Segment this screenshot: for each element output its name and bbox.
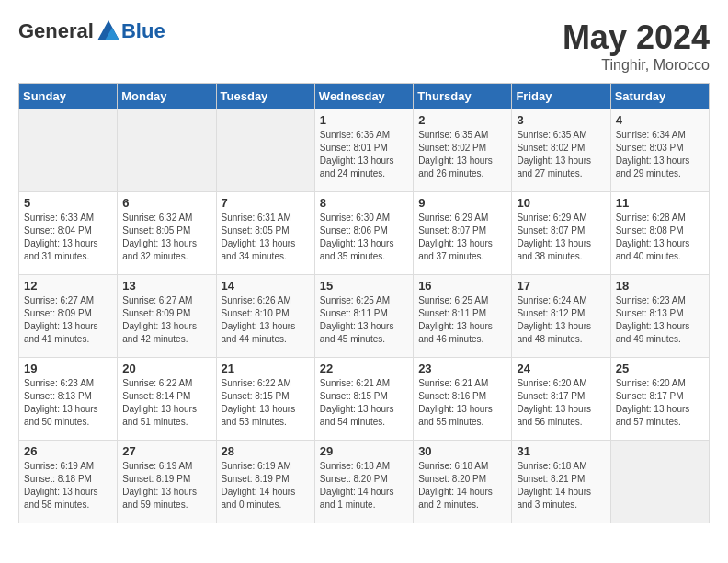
day-number: 2	[418, 113, 506, 127]
day-info: Sunrise: 6:27 AM Sunset: 8:09 PM Dayligh…	[24, 294, 112, 346]
day-info: Sunrise: 6:36 AM Sunset: 8:01 PM Dayligh…	[320, 129, 408, 180]
weekday-header-wednesday: Wednesday	[314, 84, 413, 109]
day-info: Sunrise: 6:20 AM Sunset: 8:17 PM Dayligh…	[616, 377, 704, 429]
calendar-day-cell: 16Sunrise: 6:25 AM Sunset: 8:11 PM Dayli…	[414, 275, 512, 358]
calendar-day-cell: 24Sunrise: 6:20 AM Sunset: 8:17 PM Dayli…	[512, 358, 610, 441]
calendar-day-cell: 13Sunrise: 6:27 AM Sunset: 8:09 PM Dayli…	[118, 275, 216, 358]
day-info: Sunrise: 6:21 AM Sunset: 8:15 PM Dayligh…	[320, 377, 408, 429]
calendar-week-row: 26Sunrise: 6:19 AM Sunset: 8:18 PM Dayli…	[19, 441, 710, 523]
calendar-week-row: 12Sunrise: 6:27 AM Sunset: 8:09 PM Dayli…	[19, 275, 710, 358]
day-number: 17	[517, 279, 605, 293]
weekday-header-saturday: Saturday	[610, 84, 709, 109]
calendar-day-cell: 23Sunrise: 6:21 AM Sunset: 8:16 PM Dayli…	[414, 358, 512, 441]
weekday-header-tuesday: Tuesday	[216, 84, 314, 109]
day-info: Sunrise: 6:21 AM Sunset: 8:16 PM Dayligh…	[418, 377, 506, 429]
day-number: 27	[122, 444, 210, 458]
weekday-header-monday: Monday	[118, 84, 216, 109]
day-number: 29	[320, 444, 408, 458]
calendar-day-cell: 27Sunrise: 6:19 AM Sunset: 8:19 PM Dayli…	[118, 441, 216, 523]
calendar-day-cell	[216, 109, 314, 192]
day-number: 20	[122, 362, 210, 375]
day-info: Sunrise: 6:25 AM Sunset: 8:11 PM Dayligh…	[320, 294, 408, 346]
calendar-day-cell: 6Sunrise: 6:32 AM Sunset: 8:05 PM Daylig…	[118, 192, 216, 275]
day-number: 16	[418, 279, 506, 293]
day-number: 5	[24, 196, 112, 210]
calendar-day-cell: 8Sunrise: 6:30 AM Sunset: 8:06 PM Daylig…	[314, 192, 413, 275]
day-number: 31	[517, 444, 605, 458]
calendar-day-cell: 9Sunrise: 6:29 AM Sunset: 8:07 PM Daylig…	[414, 192, 512, 275]
calendar-day-cell: 10Sunrise: 6:29 AM Sunset: 8:07 PM Dayli…	[512, 192, 610, 275]
day-info: Sunrise: 6:25 AM Sunset: 8:11 PM Dayligh…	[418, 294, 506, 346]
day-info: Sunrise: 6:29 AM Sunset: 8:07 PM Dayligh…	[418, 212, 506, 263]
page-header: General Blue May 2024 Tinghir, Morocco	[18, 18, 710, 74]
calendar-header-row: SundayMondayTuesdayWednesdayThursdayFrid…	[19, 84, 710, 109]
day-info: Sunrise: 6:33 AM Sunset: 8:04 PM Dayligh…	[24, 212, 112, 263]
month-year-title: May 2024	[563, 18, 710, 57]
day-number: 14	[222, 279, 310, 293]
day-info: Sunrise: 6:20 AM Sunset: 8:17 PM Dayligh…	[517, 377, 605, 429]
day-info: Sunrise: 6:18 AM Sunset: 8:20 PM Dayligh…	[418, 460, 506, 511]
calendar-day-cell: 30Sunrise: 6:18 AM Sunset: 8:20 PM Dayli…	[414, 441, 512, 523]
calendar-day-cell: 1Sunrise: 6:36 AM Sunset: 8:01 PM Daylig…	[314, 109, 413, 192]
calendar-day-cell	[19, 109, 118, 192]
day-number: 13	[122, 279, 210, 293]
day-number: 7	[222, 196, 310, 210]
day-info: Sunrise: 6:23 AM Sunset: 8:13 PM Dayligh…	[24, 377, 112, 429]
day-info: Sunrise: 6:23 AM Sunset: 8:13 PM Dayligh…	[616, 294, 704, 346]
calendar-day-cell: 14Sunrise: 6:26 AM Sunset: 8:10 PM Dayli…	[216, 275, 314, 358]
day-info: Sunrise: 6:28 AM Sunset: 8:08 PM Dayligh…	[616, 212, 704, 263]
calendar-day-cell: 19Sunrise: 6:23 AM Sunset: 8:13 PM Dayli…	[19, 358, 118, 441]
logo-text-blue: Blue	[121, 19, 165, 43]
day-info: Sunrise: 6:27 AM Sunset: 8:09 PM Dayligh…	[122, 294, 210, 346]
calendar-day-cell: 20Sunrise: 6:22 AM Sunset: 8:14 PM Dayli…	[118, 358, 216, 441]
weekday-header-friday: Friday	[512, 84, 610, 109]
calendar-day-cell: 11Sunrise: 6:28 AM Sunset: 8:08 PM Dayli…	[610, 192, 709, 275]
calendar-day-cell: 5Sunrise: 6:33 AM Sunset: 8:04 PM Daylig…	[19, 192, 118, 275]
day-number: 1	[320, 113, 408, 127]
weekday-header-sunday: Sunday	[19, 84, 118, 109]
day-info: Sunrise: 6:19 AM Sunset: 8:19 PM Dayligh…	[122, 460, 210, 511]
day-number: 26	[24, 444, 112, 458]
day-info: Sunrise: 6:22 AM Sunset: 8:15 PM Dayligh…	[222, 377, 310, 429]
day-info: Sunrise: 6:29 AM Sunset: 8:07 PM Dayligh…	[517, 212, 605, 263]
calendar-day-cell: 29Sunrise: 6:18 AM Sunset: 8:20 PM Dayli…	[314, 441, 413, 523]
weekday-header-thursday: Thursday	[414, 84, 512, 109]
calendar-day-cell: 22Sunrise: 6:21 AM Sunset: 8:15 PM Dayli…	[314, 358, 413, 441]
calendar-day-cell: 25Sunrise: 6:20 AM Sunset: 8:17 PM Dayli…	[610, 358, 709, 441]
calendar-day-cell	[610, 441, 709, 523]
day-number: 15	[320, 279, 408, 293]
day-info: Sunrise: 6:26 AM Sunset: 8:10 PM Dayligh…	[222, 294, 310, 346]
calendar-day-cell: 3Sunrise: 6:35 AM Sunset: 8:02 PM Daylig…	[512, 109, 610, 192]
day-number: 25	[616, 362, 704, 375]
day-info: Sunrise: 6:18 AM Sunset: 8:21 PM Dayligh…	[517, 460, 605, 511]
day-info: Sunrise: 6:24 AM Sunset: 8:12 PM Dayligh…	[517, 294, 605, 346]
day-number: 4	[616, 113, 704, 127]
day-number: 24	[517, 362, 605, 375]
location-subtitle: Tinghir, Morocco	[563, 57, 710, 74]
day-info: Sunrise: 6:35 AM Sunset: 8:02 PM Dayligh…	[517, 129, 605, 180]
day-number: 9	[418, 196, 506, 210]
day-info: Sunrise: 6:30 AM Sunset: 8:06 PM Dayligh…	[320, 212, 408, 263]
day-number: 19	[24, 362, 112, 375]
calendar-day-cell: 17Sunrise: 6:24 AM Sunset: 8:12 PM Dayli…	[512, 275, 610, 358]
day-info: Sunrise: 6:34 AM Sunset: 8:03 PM Dayligh…	[616, 129, 704, 180]
day-info: Sunrise: 6:18 AM Sunset: 8:20 PM Dayligh…	[320, 460, 408, 511]
day-number: 21	[222, 362, 310, 375]
day-info: Sunrise: 6:19 AM Sunset: 8:18 PM Dayligh…	[24, 460, 112, 511]
day-info: Sunrise: 6:22 AM Sunset: 8:14 PM Dayligh…	[122, 377, 210, 429]
calendar-week-row: 1Sunrise: 6:36 AM Sunset: 8:01 PM Daylig…	[19, 109, 710, 192]
day-number: 8	[320, 196, 408, 210]
title-block: May 2024 Tinghir, Morocco	[563, 18, 710, 74]
day-number: 12	[24, 279, 112, 293]
day-number: 6	[122, 196, 210, 210]
day-info: Sunrise: 6:35 AM Sunset: 8:02 PM Dayligh…	[418, 129, 506, 180]
day-number: 28	[222, 444, 310, 458]
day-info: Sunrise: 6:31 AM Sunset: 8:05 PM Dayligh…	[222, 212, 310, 263]
day-number: 22	[320, 362, 408, 375]
day-number: 3	[517, 113, 605, 127]
logo-icon	[96, 18, 121, 44]
calendar-day-cell: 2Sunrise: 6:35 AM Sunset: 8:02 PM Daylig…	[414, 109, 512, 192]
calendar-week-row: 19Sunrise: 6:23 AM Sunset: 8:13 PM Dayli…	[19, 358, 710, 441]
calendar-day-cell: 18Sunrise: 6:23 AM Sunset: 8:13 PM Dayli…	[610, 275, 709, 358]
day-info: Sunrise: 6:19 AM Sunset: 8:19 PM Dayligh…	[222, 460, 310, 511]
